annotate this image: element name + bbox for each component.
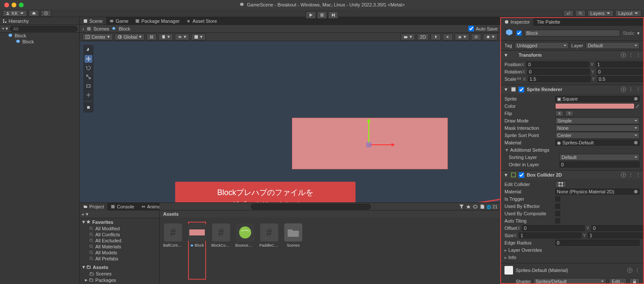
fx-toggle[interactable]: ▾ [455,34,469,40]
boxcollider-header[interactable]: ▼ Box Collider 2D ?⋮⋮ [501,171,643,179]
static-dropdown[interactable]: ▾ [637,31,640,36]
favorite-item[interactable]: All Modified [80,226,159,232]
transform-header[interactable]: ▼ Transform ? ⋮ ⋮ [501,51,643,59]
gameobject-enabled-checkbox[interactable] [516,31,522,36]
step-button[interactable] [328,11,338,19]
project-search[interactable] [251,204,371,210]
hierarchy-root[interactable]: Block [0,33,79,39]
tab-asset-store[interactable]: Asset Store [183,17,220,24]
add-button[interactable]: + ▾ [2,26,8,31]
sortpoint-dropdown[interactable]: Center [555,132,640,139]
breadcrumb-block[interactable]: Block [118,26,130,31]
hand-tool[interactable] [85,46,92,54]
layer-overrides[interactable]: ▸ Layer Overrides [504,247,542,253]
mask-dropdown[interactable]: None [555,125,640,131]
tab-scene[interactable]: Scene [80,17,106,24]
assets-header[interactable]: ▾ 🗀Assets [80,263,159,271]
picker-icon[interactable] [634,140,638,145]
filter-icon[interactable] [459,204,464,209]
snap-toggle[interactable]: ▾ [158,34,173,40]
size-y[interactable] [588,232,643,238]
close-window-icon[interactable] [4,3,9,7]
autotile-checkbox[interactable] [555,218,560,223]
order-field[interactable] [559,162,640,168]
material-preview[interactable]: Sprites-Default (Material) ?⋮ [501,263,643,277]
istrigger-checkbox[interactable] [555,196,560,202]
scene-camera[interactable]: ▾ [401,34,415,40]
breadcrumb-scenes[interactable]: Scenes [94,26,109,31]
eye-icon[interactable] [473,204,478,209]
gizmo-y-axis[interactable] [368,119,369,145]
offset-y[interactable] [591,225,643,231]
position-y[interactable] [595,61,643,67]
scene-viewport[interactable]: Blockプレハブのファイルを ダブルクリックして インスペクターを表示します [80,41,500,202]
audio-toggle[interactable] [443,34,453,40]
gameobject-name-field[interactable] [524,30,620,37]
grid-snap[interactable] [146,34,157,40]
pivot-toggle[interactable]: Center ▾ [82,34,113,40]
collider-enabled[interactable] [519,172,524,178]
account-button[interactable]: KK [3,10,27,17]
draw-mode[interactable]: ▾ [191,34,206,40]
gizmos-toggle[interactable]: ▾ [483,34,498,40]
favorite-item[interactable]: All Conflicts [80,232,159,238]
help-icon[interactable]: ? [621,172,626,177]
rotate-tool[interactable] [85,64,92,72]
color-field[interactable] [555,103,635,109]
layers-dropdown[interactable]: Layers [587,10,614,17]
asset-item[interactable]: Scenes [284,222,302,280]
edgeradius-field[interactable] [555,240,640,246]
layer-dropdown[interactable]: Default [586,42,640,49]
layout-dropdown[interactable]: Layout [615,10,641,17]
custom-tool[interactable] [85,104,92,111]
menu-button[interactable]: ⋮ [636,172,641,178]
preset-button[interactable]: ⋮ [629,172,633,178]
hierarchy-search[interactable] [10,26,78,32]
shader-edit-button[interactable]: Edit... [609,278,627,283]
assets-scenes[interactable]: 🗀Scenes [80,271,159,277]
favorite-item[interactable]: All Models [80,250,159,256]
eyedropper-icon[interactable] [635,104,640,109]
maximize-window-icon[interactable] [19,3,24,7]
gizmo-x-axis[interactable] [368,144,394,145]
tab-project[interactable]: Project [80,203,107,211]
size-x[interactable] [519,232,581,238]
material-field[interactable]: ◉ Sprites-Default [555,140,640,146]
tab-game[interactable]: Game [106,17,132,24]
autosave-checkbox[interactable] [468,26,474,31]
picker-icon[interactable] [634,97,638,101]
flip-y[interactable]: Y [565,110,574,116]
rotation-y[interactable] [596,69,643,75]
minimize-window-icon[interactable] [12,3,16,7]
link-icon[interactable] [516,76,522,81]
lighting-toggle[interactable] [431,34,441,40]
help-icon[interactable]: ? [621,87,626,92]
space-toggle[interactable]: Global ▾ [115,34,145,40]
picker-icon[interactable] [634,189,638,194]
shader-lock-button[interactable] [629,278,640,283]
move-tool[interactable] [85,55,92,63]
gizmo-center[interactable] [366,142,371,147]
pause-button[interactable] [317,11,327,19]
favorite-item[interactable]: All Materials [80,244,159,250]
physmat-field[interactable]: None (Physics Material 2D) [555,189,640,195]
tab-console[interactable]: Console [107,203,137,211]
hierarchy-tab[interactable]: Hierarchy [0,17,79,25]
save-icon[interactable] [480,204,485,209]
offset-x[interactable] [522,225,585,231]
search-button[interactable] [575,10,586,17]
help-icon[interactable]: ? [621,52,626,58]
help-icon[interactable]: ? [627,268,632,273]
asset-item[interactable]: #PaddleCon... [260,222,278,280]
hierarchy-child[interactable]: Block [0,39,79,45]
rotation-x[interactable] [527,69,590,75]
history-button[interactable] [41,10,51,17]
tab-tile-palette[interactable]: Tile Palette [533,18,564,26]
undo-button[interactable] [563,10,574,17]
sprite-enabled[interactable] [519,87,524,92]
additional-settings[interactable]: ▼ Additional Settings [504,147,549,153]
info-foldout[interactable]: ▸ Info [504,255,516,260]
cloud-button[interactable] [29,10,39,17]
effector-checkbox[interactable] [555,204,560,209]
breadcrumb-back[interactable]: ‹ [82,26,84,31]
